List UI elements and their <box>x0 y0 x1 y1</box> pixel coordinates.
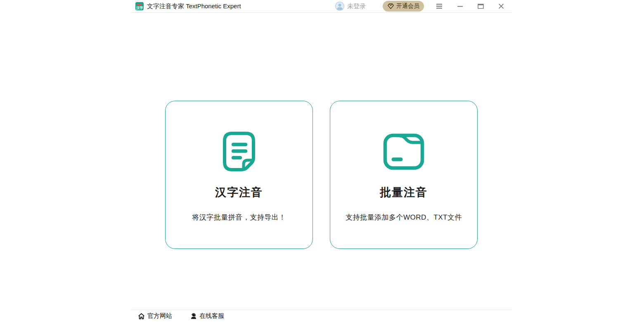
minimize-icon[interactable] <box>457 3 463 9</box>
card-subtitle: 支持批量添加多个WORD、TXT文件 <box>346 213 462 222</box>
login-status-label: 未登录 <box>347 2 366 10</box>
customer-service-label: 在线客服 <box>199 312 224 320</box>
feature-cards: 汉字注音 将汉字批量拼音，支持导出！ 批量注音 支持批量添加多个WORD、TXT… <box>165 101 478 249</box>
main-area: 汉字注音 将汉字批量拼音，支持导出！ 批量注音 支持批量添加多个WORD、TXT… <box>131 13 512 310</box>
close-icon[interactable] <box>498 3 504 9</box>
login-status[interactable]: 未登录 <box>335 2 366 11</box>
official-site-label: 官方网站 <box>147 312 172 320</box>
card-title: 汉字注音 <box>215 185 263 200</box>
titlebar: 汉字 文字注音专家 TextPhonetic Expert 未登录 <box>131 0 512 13</box>
card-title: 批量注音 <box>380 185 428 200</box>
gem-icon <box>387 3 394 9</box>
titlebar-right: 未登录 开通会员 <box>335 1 504 12</box>
logo-pinyin-accent <box>137 4 142 6</box>
logo-text: 汉字 <box>136 6 143 10</box>
home-icon <box>138 313 145 320</box>
card-subtitle: 将汉字批量拼音，支持导出！ <box>192 213 286 222</box>
window-controls <box>436 3 504 9</box>
menu-icon[interactable] <box>436 3 443 9</box>
maximize-icon[interactable] <box>477 3 484 9</box>
customer-service-icon <box>190 313 197 320</box>
app-logo-icon: 汉字 <box>135 2 144 10</box>
official-site-link[interactable]: 官方网站 <box>138 312 172 320</box>
app-window: 汉字 文字注音专家 TextPhonetic Expert 未登录 <box>131 0 512 322</box>
footer: 官方网站 在线客服 <box>131 310 512 322</box>
folder-icon <box>383 132 424 171</box>
card-batch-zhuyin[interactable]: 批量注音 支持批量添加多个WORD、TXT文件 <box>330 101 478 249</box>
membership-button[interactable]: 开通会员 <box>383 1 424 12</box>
customer-service-link[interactable]: 在线客服 <box>190 312 224 320</box>
document-icon <box>223 132 255 171</box>
screen: 汉字 文字注音专家 TextPhonetic Expert 未登录 <box>0 0 644 322</box>
app-title: 文字注音专家 TextPhonetic Expert <box>147 2 241 10</box>
avatar-icon <box>335 2 344 11</box>
membership-label: 开通会员 <box>396 2 419 10</box>
card-hanzi-zhuyin[interactable]: 汉字注音 将汉字批量拼音，支持导出！ <box>165 101 313 249</box>
